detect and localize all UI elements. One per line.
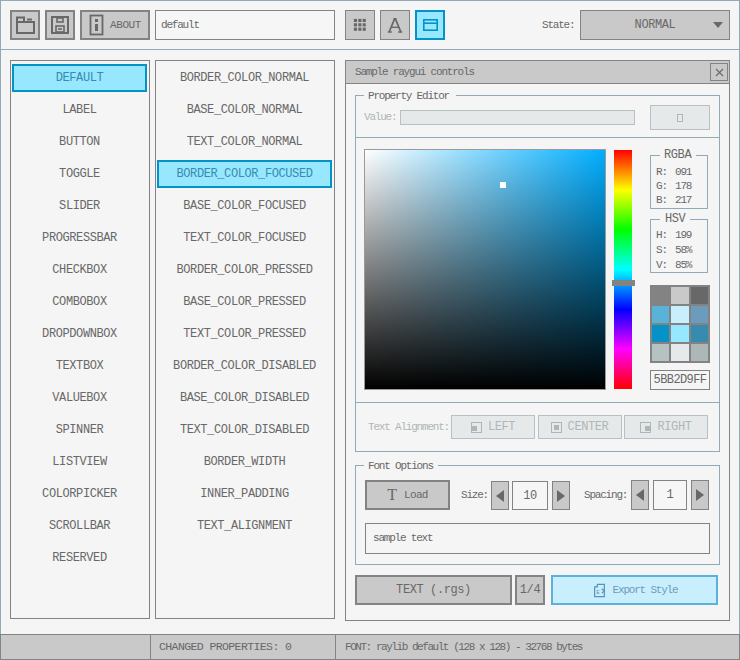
svg-text:E: E bbox=[596, 589, 600, 596]
